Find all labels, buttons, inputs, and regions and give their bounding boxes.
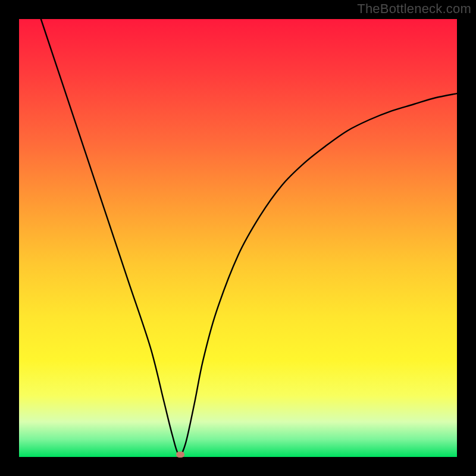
chart-frame: TheBottleneck.com bbox=[0, 0, 476, 476]
optimal-point-marker bbox=[176, 452, 184, 458]
attribution-text: TheBottleneck.com bbox=[357, 1, 471, 17]
plot-area bbox=[19, 19, 457, 457]
bottleneck-curve bbox=[19, 19, 457, 457]
